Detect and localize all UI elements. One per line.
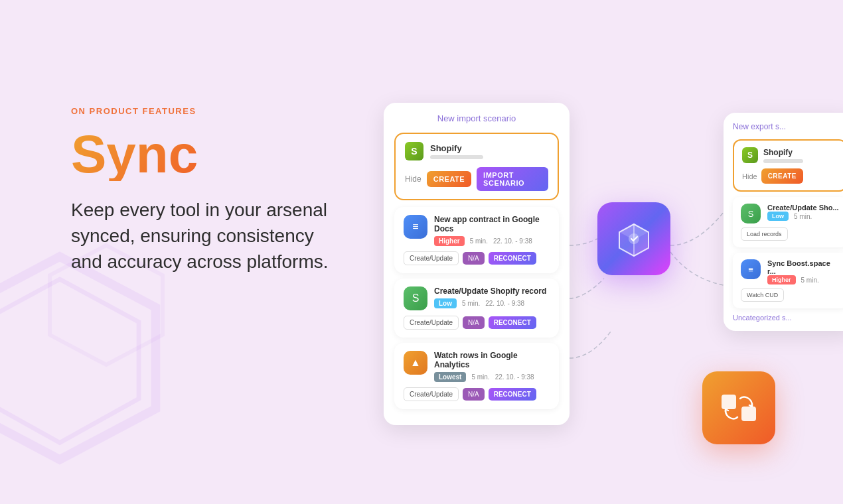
scenario-card-3: ▲ Watch rows in Google Analytics Lowest … — [394, 343, 559, 409]
shopify-name: Shopify — [430, 143, 483, 153]
svg-rect-4 — [722, 395, 736, 409]
right-scenario-name-1: Create/Update Sho... — [767, 204, 839, 212]
app-icon-analytics: ▲ — [404, 351, 427, 375]
export-panel-title: New export s... — [733, 122, 843, 131]
export-panel: New export s... S Shopify Hide CREATE S … — [724, 113, 843, 331]
reconnect-btn-1[interactable]: RECONECT — [489, 252, 536, 265]
right-priority-2: Higher — [767, 275, 796, 284]
section-tag: ON PRODUCT FEATURES — [71, 106, 350, 116]
right-shopify-icon: S — [742, 147, 758, 163]
right-shopify-name: Shopify — [763, 148, 803, 157]
meta-time-3: 5 min. — [471, 373, 489, 381]
priority-badge-1: Higher — [434, 236, 465, 246]
import-scenario-button[interactable]: IMPORT SCENARIO — [477, 167, 548, 191]
sync-icon-svg — [718, 387, 760, 429]
right-app-icon-1: S — [741, 204, 761, 223]
center-box-icon — [597, 202, 670, 275]
shopify-icon: S — [405, 142, 423, 160]
shopify-selected-card: S Shopify Hide CREATE IMPORT SCENARIO — [394, 133, 559, 200]
scenario-card-1: ≡ New app contract in Google Docs Higher… — [394, 207, 559, 273]
na-btn-1[interactable]: N/A — [463, 252, 485, 265]
na-btn-2[interactable]: N/A — [463, 316, 485, 329]
right-scenario-card-2: ≡ Sync Boost.space r... Higher 5 min. Wa… — [733, 253, 843, 308]
right-time-1: 5 min. — [794, 213, 812, 220]
create-update-btn-3[interactable]: Create/Update — [404, 387, 459, 401]
hero-content: ON PRODUCT FEATURES Sync Keep every tool… — [71, 106, 350, 275]
scenario-name-1: New app contract in Google Docs — [434, 215, 550, 233]
create-button[interactable]: CREATE — [427, 171, 471, 187]
meta-date-2: 22. 10. - 9:38 — [485, 300, 524, 307]
right-shopify-bar — [763, 159, 803, 163]
scenario-card-2: S Create/Update Shopify record Low 5 min… — [394, 279, 559, 338]
svg-point-3 — [629, 233, 639, 244]
right-time-2: 5 min. — [801, 277, 819, 284]
bottom-sync-icon — [702, 371, 775, 444]
create-update-btn-2[interactable]: Create/Update — [404, 316, 459, 330]
scenario-name-2: Create/Update Shopify record — [434, 286, 550, 296]
reconnect-btn-2[interactable]: RECONECT — [489, 316, 536, 329]
page-title: Sync — [71, 128, 350, 181]
hide-button[interactable]: Hide — [405, 174, 422, 184]
right-shopify-selected: S Shopify Hide CREATE — [733, 139, 843, 192]
import-panel: New import scenario S Shopify Hide CREAT… — [384, 103, 570, 425]
page-description: Keep every tool in your arsenal synced, … — [71, 197, 350, 275]
right-hide-btn[interactable]: Hide — [742, 172, 757, 180]
watch-cud-btn[interactable]: Watch CUD — [741, 288, 784, 302]
app-icon-shopify: S — [404, 286, 427, 310]
scenario-name-3: Watch rows in Google Analytics — [434, 351, 550, 369]
right-app-icon-2: ≡ — [741, 259, 761, 279]
right-priority-1: Low — [767, 212, 789, 221]
right-scenario-name-2: Sync Boost.space r... — [767, 259, 839, 275]
priority-badge-2: Low — [434, 298, 457, 308]
right-scenario-card-1: S Create/Update Sho... Low 5 min. Load r… — [733, 197, 843, 247]
uncategorized-label: Uncategorized s... — [733, 314, 843, 322]
shopify-bar — [430, 155, 483, 159]
box-icon-svg — [614, 219, 654, 259]
right-create-btn[interactable]: CREATE — [761, 168, 803, 184]
import-panel-title: New import scenario — [394, 113, 559, 123]
svg-rect-5 — [741, 407, 756, 421]
reconnect-btn-3[interactable]: RECONECT — [489, 388, 536, 401]
load-records-btn[interactable]: Load records — [741, 227, 788, 241]
meta-date-3: 22. 10. - 9:38 — [495, 373, 534, 381]
app-icon-docs: ≡ — [404, 215, 427, 239]
priority-badge-3: Lowest — [434, 372, 466, 382]
create-update-btn-1[interactable]: Create/Update — [404, 251, 459, 265]
na-btn-3[interactable]: N/A — [463, 388, 485, 401]
meta-time-2: 5 min. — [462, 300, 480, 307]
meta-time-1: 5 min. — [470, 237, 488, 245]
meta-date-1: 22. 10. - 9:38 — [493, 237, 532, 245]
